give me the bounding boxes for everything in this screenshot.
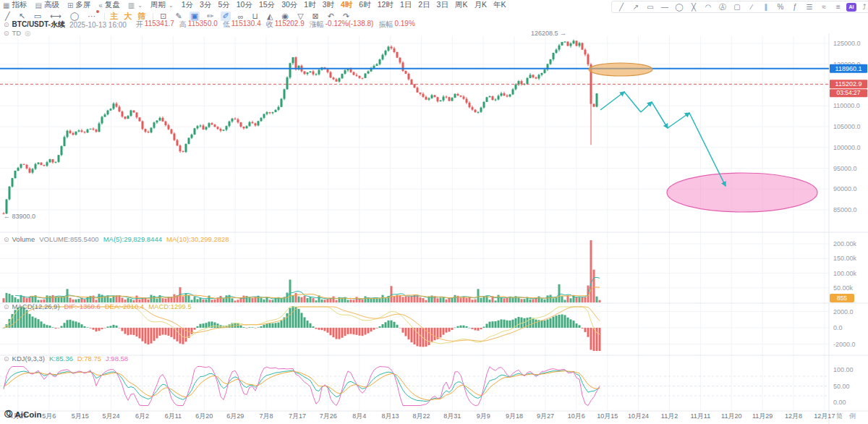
svg-text:50.00k: 50.00k bbox=[833, 284, 854, 292]
kdj-j: J:98.58 bbox=[106, 355, 128, 362]
draw-right-icon-0[interactable]: ⊡ bbox=[158, 12, 168, 21]
draw-tool-icon-11[interactable]: % bbox=[774, 3, 787, 11]
timeframe-月K[interactable]: 月K bbox=[474, 0, 487, 10]
draw-tool-icon-15[interactable]: ≡ bbox=[832, 3, 845, 11]
timeframe-1日[interactable]: 1日 bbox=[400, 0, 412, 10]
timeframe-4时[interactable]: 4时 bbox=[341, 0, 352, 10]
menu-指标[interactable]: ▦指标 bbox=[3, 0, 27, 10]
draw-right-icon-4[interactable]: ✐ bbox=[221, 12, 230, 21]
collapse-icon[interactable]: ⊙ bbox=[4, 236, 9, 243]
td-indicator-label[interactable]: TD bbox=[12, 29, 22, 37]
svg-text:7月8: 7月8 bbox=[260, 412, 273, 420]
svg-text:118960.1: 118960.1 bbox=[835, 65, 862, 72]
timeframe-2日[interactable]: 2日 bbox=[418, 0, 430, 10]
time-axis[interactable]: 4月275月65月155月246月26月116月206月297月87月177月2… bbox=[9, 412, 856, 420]
chart-canvas[interactable]: 125000.0120000.0115000.0110000.0105000.0… bbox=[0, 0, 868, 424]
draw-right-icon-8[interactable]: ◉ bbox=[281, 12, 291, 21]
drawn-arrow-2[interactable] bbox=[641, 102, 652, 112]
svg-text:5月24: 5月24 bbox=[103, 412, 120, 420]
share-icon[interactable]: ⤴ bbox=[858, 3, 868, 11]
svg-text:95000.0: 95000.0 bbox=[833, 165, 857, 172]
timeframe-10分[interactable]: 10分 bbox=[237, 0, 252, 10]
menu-高级[interactable]: ▤高级 bbox=[35, 0, 59, 10]
quick-button-主[interactable]: 主 bbox=[110, 11, 118, 22]
draw-right-icon-5[interactable]: ∞ bbox=[237, 12, 245, 21]
timeframe-list: 1分3分5分10分15分30分1时3时4时6时12时1日2日3日周K月K年K bbox=[182, 0, 513, 10]
draw-left-icon-4[interactable]: ◯ bbox=[69, 12, 80, 21]
timeframe-3分[interactable]: 3分 bbox=[200, 0, 211, 10]
draw-tool-icon-13[interactable]: ☰ bbox=[803, 3, 816, 11]
draw-right-icon-10[interactable]: ⊠ bbox=[311, 12, 320, 21]
timeframe-周K[interactable]: 周K bbox=[455, 0, 468, 10]
draw-right-icon-7[interactable]: ◭ bbox=[265, 12, 274, 21]
draw-tool-icon-5[interactable]: ╳ bbox=[687, 3, 700, 11]
draw-tool-icon-2[interactable]: ▭ bbox=[644, 3, 657, 11]
collapse-icon[interactable]: ⊙ bbox=[4, 355, 9, 362]
draw-right-icon-12[interactable]: ↷ bbox=[341, 12, 351, 21]
draw-right-icon-1[interactable]: ✎ bbox=[174, 12, 184, 21]
draw-tool-icon-3[interactable]: ― bbox=[658, 3, 671, 11]
timeframe-3时[interactable]: 3时 bbox=[323, 0, 334, 10]
timeframe-6时[interactable]: 6时 bbox=[359, 0, 370, 10]
svg-text:6月20: 6月20 bbox=[195, 412, 213, 420]
timeframe-年K[interactable]: 年K bbox=[493, 0, 506, 10]
svg-text:8月31: 8月31 bbox=[443, 412, 461, 420]
draw-tool-icon-10[interactable]: ∥ bbox=[760, 3, 773, 11]
timeframe-1时[interactable]: 1时 bbox=[304, 0, 315, 10]
ai-assistant-button[interactable]: AI bbox=[846, 3, 856, 12]
timeframe-30分[interactable]: 30分 bbox=[281, 0, 297, 10]
drawn-ellipse-1[interactable] bbox=[667, 173, 817, 212]
collapse-icon[interactable]: ⊙ bbox=[4, 21, 9, 28]
collapse-icon[interactable]: ⊙ bbox=[4, 30, 9, 37]
draw-right-icon-9[interactable]: ▽ bbox=[296, 12, 305, 21]
drawn-arrow-4[interactable] bbox=[668, 113, 689, 128]
draw-tool-icon-12[interactable]: ƒ bbox=[788, 3, 801, 11]
quick-button-筛[interactable]: 筛 bbox=[137, 11, 145, 22]
kdj-k: K:85.36 bbox=[49, 355, 73, 362]
svg-text:-2000.0: -2000.0 bbox=[833, 341, 856, 348]
draw-right-icon-11[interactable]: ↶ bbox=[326, 12, 336, 21]
timeframe-3日[interactable]: 3日 bbox=[437, 0, 448, 10]
macd-title[interactable]: MACD(12,26,9) bbox=[12, 302, 60, 310]
draw-left-icon-5[interactable]: ⋯ bbox=[86, 12, 97, 21]
kdj-title[interactable]: KDJ(9,3,3) bbox=[12, 355, 45, 362]
quick-button-大[interactable]: 大 bbox=[124, 11, 132, 22]
chart-type-selector[interactable]: ▥ ⌄ bbox=[128, 1, 142, 9]
svg-text:8月13: 8月13 bbox=[382, 412, 399, 420]
draw-right-icon-3[interactable]: ✏ bbox=[205, 12, 215, 21]
draw-tool-icon-7[interactable]: Ⓐ bbox=[716, 2, 729, 12]
drawn-ellipse-0[interactable] bbox=[589, 63, 652, 76]
draw-left-icon-3[interactable]: ⟷ bbox=[48, 12, 63, 21]
svg-text:6月11: 6月11 bbox=[165, 412, 182, 420]
draw-left-icon-1[interactable]: ↖ bbox=[17, 12, 27, 21]
eye-icon[interactable]: ◎ bbox=[25, 29, 30, 37]
notification-dot bbox=[96, 10, 99, 13]
drawn-arrow-0[interactable] bbox=[600, 92, 624, 110]
svg-text:10月24: 10月24 bbox=[628, 412, 649, 420]
draw-right-icon-2[interactable]: ▣ bbox=[190, 12, 200, 21]
draw-tool-icon-1[interactable]: ↗ bbox=[629, 3, 642, 11]
menu-多屏[interactable]: ⊞多屏 bbox=[67, 0, 90, 10]
menu-复盘[interactable]: «复盘 bbox=[98, 0, 120, 10]
draw-tool-icon-6[interactable]: ◠ bbox=[702, 3, 715, 11]
timeframe-12时[interactable]: 12时 bbox=[378, 0, 393, 10]
draw-left-icon-2[interactable]: ▭ bbox=[33, 12, 43, 21]
menu-label: 高级 bbox=[44, 0, 59, 10]
draw-tool-icon-14[interactable]: ≈ bbox=[817, 3, 830, 11]
timeframe-1分[interactable]: 1分 bbox=[182, 0, 193, 10]
timeframe-5分[interactable]: 5分 bbox=[218, 0, 229, 10]
draw-tool-icon-9[interactable]: ∕ bbox=[745, 3, 758, 11]
timeframe-15分[interactable]: 15分 bbox=[259, 0, 275, 10]
candle-style-icon: ▥ bbox=[128, 1, 135, 9]
volume-title[interactable]: Volume bbox=[12, 235, 35, 243]
draw-tool-icon-8[interactable]: ▢ bbox=[731, 3, 744, 11]
menu-label: 指标 bbox=[12, 0, 27, 10]
svg-text:200.00k: 200.00k bbox=[833, 240, 857, 247]
draw-left-icon-0[interactable]: ╱ bbox=[4, 12, 12, 21]
collapse-icon[interactable]: ⊙ bbox=[4, 303, 9, 310]
period-selector[interactable]: 周期 ⌄ bbox=[150, 0, 174, 10]
draw-tool-icon-4[interactable]: ◯ bbox=[673, 3, 686, 11]
draw-tool-icon-0[interactable]: ╱ bbox=[615, 3, 628, 11]
svg-text:855: 855 bbox=[837, 294, 847, 302]
draw-right-icon-6[interactable]: ⊔ bbox=[250, 12, 260, 21]
